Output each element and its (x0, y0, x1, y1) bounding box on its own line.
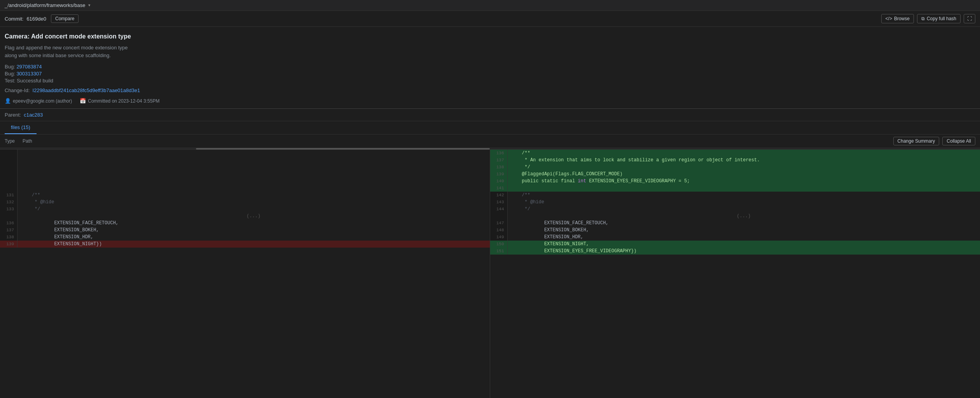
change-summary-button[interactable]: Change Summary (893, 137, 940, 145)
code-icon: </> (886, 16, 892, 21)
files-tab-bar: files (15) (0, 121, 980, 134)
meta-row: 👤 epeev@google.com (author) 📅 Committed … (5, 98, 975, 104)
commit-title: Camera: Add concert mode extension type (5, 33, 975, 40)
diff-right-line-139: 139 @FlaggedApi(Flags.FLAG_CONCERT_MODE) (490, 171, 980, 178)
diff-line-137: 137 EXTENSION_BOKEH, (0, 227, 490, 234)
author-meta: 👤 epeev@google.com (author) (5, 98, 72, 104)
diff-right-line-150: 150 EXTENSION_NIGHT, (490, 241, 980, 248)
commit-info: Camera: Add concert mode extension type … (0, 27, 980, 109)
test-line: Test: Successful build (5, 78, 975, 84)
top-bar: _/android/platform/frameworks/base ▾ (0, 0, 980, 11)
copy-icon: ⧉ (921, 16, 925, 21)
diff-container: 131 /** 132 * @hide 133 */ (...) 136 EXT… (0, 150, 980, 398)
parent-bar: Parent: c1ac283 (0, 109, 980, 121)
header-bar: Commit: 6169de0 Compare </> Browse ⧉ Cop… (0, 11, 980, 27)
diff-empty-row (0, 185, 490, 192)
collapse-all-button[interactable]: Collapse All (942, 137, 975, 145)
repo-path: _/android/platform/frameworks/base (5, 2, 85, 8)
diff-right-line-151: 151 EXTENSION_EYES_FREE_VIDEOGRAPHY}) (490, 248, 980, 255)
diff-right-line-149: 149 EXTENSION_HDR, (490, 234, 980, 241)
copy-hash-button[interactable]: ⧉ Copy full hash (917, 14, 961, 23)
diff-empty-row (0, 157, 490, 164)
diff-right-line-137: 137 * An extension that aims to lock and… (490, 157, 980, 164)
change-id-link[interactable]: I2298aaddbf241cab28fc5d9eff3b7aae01a8d3e… (33, 87, 140, 93)
files-tab[interactable]: files (15) (5, 121, 37, 134)
commit-label-text: Commit: (5, 16, 23, 22)
diff-right-line-138: 138 */ (490, 164, 980, 171)
commit-label: Commit: 6169de0 Compare (5, 14, 79, 23)
date-meta: 📅 Committed on 2023-12-04 3:55PM (80, 98, 159, 104)
parent-link[interactable]: c1ac283 (24, 112, 43, 118)
diff-right-panel[interactable]: 136 /** 137 * An extension that aims to … (490, 150, 980, 398)
diff-ellipsis: (...) (0, 213, 490, 220)
diff-right-line-147: 147 EXTENSION_FACE_RETOUCH, (490, 220, 980, 227)
commit-hash: 6169de0 (26, 16, 46, 22)
diff-right-line-136: 136 /** (490, 150, 980, 157)
diff-empty-row (0, 150, 490, 157)
person-icon: 👤 (5, 98, 11, 104)
fullscreen-button[interactable]: ⛶ (964, 14, 975, 23)
diff-line-133: 133 */ (0, 206, 490, 213)
bug2-link[interactable]: 300313307 (16, 71, 42, 77)
diff-right-line-142: 142 /** (490, 192, 980, 199)
diff-line-139-removed: 139 EXTENSION_NIGHT}) (0, 241, 490, 248)
type-column-header: Type (5, 138, 15, 144)
repo-dropdown-icon[interactable]: ▾ (88, 3, 91, 8)
files-header-right: Change Summary Collapse All (893, 137, 975, 145)
diff-right-line-143: 143 * @hide (490, 199, 980, 206)
commit-desc: Flag and append the new concert mode ext… (5, 44, 975, 59)
compare-button[interactable]: Compare (51, 14, 79, 23)
diff-empty-row (0, 171, 490, 178)
browse-button[interactable]: </> Browse (881, 14, 914, 23)
diff-right-line-144: 144 */ (490, 206, 980, 213)
diff-empty-row (0, 164, 490, 171)
diff-right-line-140: 140 public static final int EXTENSION_EY… (490, 178, 980, 185)
change-id-line: Change-Id: I2298aaddbf241cab28fc5d9eff3b… (5, 87, 975, 93)
diff-line-131: 131 /** (0, 192, 490, 199)
diff-right-line-141: 141 (490, 185, 980, 192)
files-header: Type Path Change Summary Collapse All (0, 134, 980, 148)
diff-left-panel[interactable]: 131 /** 132 * @hide 133 */ (...) 136 EXT… (0, 150, 490, 398)
path-column-header: Path (23, 138, 32, 144)
diff-line-132: 132 * @hide (0, 199, 490, 206)
diff-line-138: 138 EXTENSION_HDR, (0, 234, 490, 241)
diff-line-136: 136 EXTENSION_FACE_RETOUCH, (0, 220, 490, 227)
bug2-line: Bug: 300313307 (5, 71, 975, 77)
bug1-link[interactable]: 297083874 (16, 64, 42, 70)
diff-empty-row (0, 178, 490, 185)
files-header-left: Type Path (5, 138, 32, 144)
diff-right-line-148: 148 EXTENSION_BOKEH, (490, 227, 980, 234)
bug1-line: Bug: 297083874 (5, 64, 975, 70)
header-actions: </> Browse ⧉ Copy full hash ⛶ (881, 14, 975, 23)
calendar-icon: 📅 (80, 98, 86, 104)
diff-right-ellipsis: (...) (490, 213, 980, 220)
